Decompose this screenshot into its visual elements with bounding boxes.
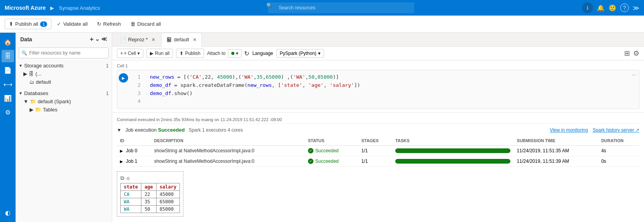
sidebar-monitor-icon[interactable]: 📊 [2, 92, 14, 104]
databases-section: ▼ Databases 1 ▼ 📁 default (Spark) ▶ 📁 Ta… [16, 88, 112, 115]
add-resource-button[interactable]: + [90, 36, 93, 43]
data-table-cell: WA [121, 198, 141, 206]
resource-search: 🔍 [19, 48, 109, 58]
default-tab-icon: 📓 [166, 37, 172, 42]
attach-dropdown-chevron: ▾ [236, 51, 238, 56]
add-icon: + [120, 51, 123, 56]
help-icon[interactable]: ? [620, 4, 629, 12]
status-dot: ✓ [308, 148, 313, 153]
col-duration: DURATION [598, 136, 639, 146]
main-toolbar: ⬆ Publish all 1 ✓ Validate all ↻ Refresh… [0, 16, 644, 33]
run-all-button[interactable]: ▶ Run all [146, 49, 173, 58]
job-stages: 1/1 [358, 156, 392, 167]
sidebar-integrate-icon[interactable]: ⟷ [2, 78, 14, 90]
language-section: Language PySpark (Python) ▾ [252, 49, 324, 58]
tables-label: Tables [43, 107, 58, 113]
sidebar-settings-icon[interactable]: ◐ [2, 206, 14, 219]
job-description: showString at NativeMethodAccessorImpl.j… [151, 156, 305, 167]
settings-icon[interactable]: ⚙ [633, 49, 639, 58]
main-layout: 🏠 🗄 📄 ⟷ 📊 ⚙ ◐ Data + ⌄ ≪ 🔍 ▼ Storage acc… [0, 33, 644, 222]
run-cell-button[interactable]: ▶ [119, 73, 128, 83]
search-input[interactable] [268, 2, 414, 13]
jobs-table-body: ▶ Job 0 showString at NativeMethodAccess… [117, 146, 639, 167]
add-cell-button[interactable]: + + Cell ▾ [117, 49, 143, 58]
refresh-button[interactable]: ↻ Refresh [93, 19, 125, 29]
refresh-label: Refresh [103, 21, 121, 27]
notifications-icon[interactable]: 🔔 [597, 4, 605, 12]
col-stages: STAGES [358, 136, 392, 146]
top-navbar: Microsoft Azure ▶ Synapse Analytics 🔍 1 … [0, 0, 644, 16]
publish-all-button[interactable]: ⬆ Publish all 1 [5, 19, 51, 29]
storage-arrow-icon: ▼ [19, 63, 23, 68]
tables-item[interactable]: ▶ 📁 Tables [16, 106, 112, 114]
language-label: Language [252, 51, 273, 56]
notebook-toolbar: + + Cell ▾ ▶ Run all ⬆ Publish Attach to… [112, 47, 644, 60]
resource-search-input[interactable] [19, 48, 109, 58]
output-area: Command executed in 2mins 35s 934ms by e… [112, 113, 644, 222]
discard-button[interactable]: 🗑 Discard all [127, 19, 165, 29]
notification-badge[interactable]: 1 [582, 2, 593, 13]
job-duration: 4s [598, 146, 639, 156]
search-bar: 🔍 [263, 0, 419, 16]
panel-options-icon[interactable]: ⌄ [95, 36, 100, 43]
service-name[interactable]: Synapse Analytics [59, 5, 100, 11]
default-tab-label: default [174, 37, 189, 42]
storage-child-ellipsis[interactable]: ▶ 🗄 (... [16, 70, 112, 78]
col-tasks: TASKS [392, 136, 514, 146]
panel-collapse-icon[interactable]: ≪ [101, 36, 107, 43]
tab-default[interactable]: 📓 default ✕ [161, 33, 202, 47]
publish-icon: ⬆ [9, 21, 13, 27]
sidebar-develop-icon[interactable]: 📄 [2, 64, 14, 76]
default-spark-item[interactable]: ▼ 📁 default (Spark) [16, 97, 112, 106]
line-num-3: 3 [133, 90, 141, 98]
code-icon[interactable]: ⊞ [624, 49, 630, 58]
progress-bar [395, 148, 510, 153]
output-table-area: ⧉ ◇ stateagesalaryCA2245000WA3565000WA50… [117, 171, 183, 217]
clear-output-button[interactable]: ◇ [127, 175, 130, 181]
data-table-header-row: stateagesalary [121, 183, 180, 191]
progress-bar [395, 159, 510, 164]
job-collapse-arrow[interactable]: ▼ [117, 127, 121, 133]
databases-item[interactable]: ▼ Databases 1 [16, 89, 112, 97]
job-expand-icon[interactable]: ▶ [120, 149, 123, 153]
cell-code-block[interactable]: 1 new_rows = [('CA',22, 45000),('WA',35,… [130, 70, 628, 109]
job-tasks [392, 146, 514, 156]
line-num-4: 4 [133, 97, 141, 106]
sidebar-manage-icon[interactable]: ⚙ [2, 106, 14, 118]
service-chevron-icon: ▶ [50, 5, 54, 11]
job-expand-icon[interactable]: ▶ [120, 159, 123, 164]
copy-output-button[interactable]: ⧉ [120, 175, 124, 181]
attach-dropdown[interactable]: ▾ [228, 49, 242, 58]
spark-history-link[interactable]: Spark history server ↗ [593, 127, 639, 133]
language-dropdown[interactable]: PySpark (Python) ▾ [276, 49, 324, 58]
default-close-button[interactable]: ✕ [193, 37, 197, 42]
publish-nb-label: Publish [185, 51, 200, 56]
emoji-icon[interactable]: 🙂 [609, 4, 616, 12]
status-dot: ✓ [308, 159, 313, 164]
col-status: STATUS [305, 136, 358, 146]
collapse-icon[interactable]: ≫ [633, 4, 639, 12]
storage-default-item[interactable]: 🗂 default [16, 78, 112, 86]
storage-db-icon: 🗄 [29, 71, 34, 77]
cell-more-button[interactable]: ··· [628, 70, 639, 109]
job-description: showString at NativeMethodAccessorImpl.j… [151, 146, 305, 156]
attach-to-label: Attach to [207, 51, 225, 56]
view-monitoring-link[interactable]: View in monitoring [550, 127, 588, 133]
validate-icon: ✓ [57, 21, 61, 27]
language-value: PySpark (Python) [280, 51, 317, 56]
publish-all-label: Publish all [15, 21, 38, 27]
table-row: ▶ Job 1 showString at NativeMethodAccess… [117, 156, 639, 167]
tab-reproz[interactable]: 📄 Reproz * ✕ [115, 33, 160, 47]
notebook-refresh-icon[interactable]: ↻ [244, 50, 249, 57]
code-text-2: demo_df = spark.createDataFrame(new_rows… [150, 81, 360, 90]
sidebar-home-icon[interactable]: 🏠 [2, 36, 14, 48]
data-table-header: age [141, 183, 157, 191]
publish-notebook-button[interactable]: ⬆ Publish [176, 49, 204, 58]
reproz-close-button[interactable]: ✕ [151, 37, 155, 42]
job-submission-time: 11/24/2019, 11:51:39 AM [514, 156, 598, 167]
data-output-table: stateagesalaryCA2245000WA3565000WA508500… [120, 183, 180, 213]
storage-accounts-item[interactable]: ▼ Storage accounts 1 [16, 62, 112, 70]
data-table-cell: 45000 [156, 191, 179, 198]
validate-all-button[interactable]: ✓ Validate all [53, 19, 91, 29]
sidebar-data-icon[interactable]: 🗄 [2, 50, 14, 62]
